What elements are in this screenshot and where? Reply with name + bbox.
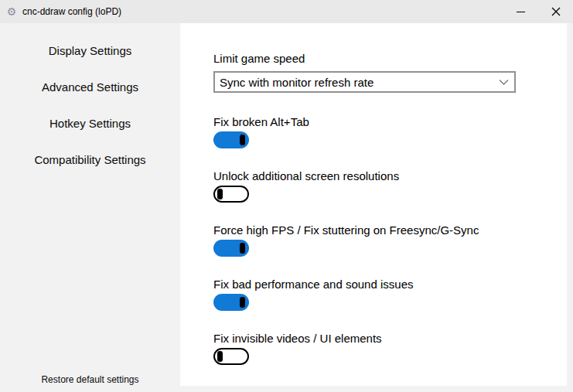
toggle-knob [240, 135, 245, 145]
sidebar-nav: Display SettingsAdvanced SettingsHotkey … [0, 23, 180, 392]
setting-group: Force high FPS / Fix stuttering on Frees… [213, 223, 567, 257]
sidebar-item-advanced-settings[interactable]: Advanced Settings [0, 69, 180, 105]
sidebar-item-display-settings[interactable]: Display Settings [0, 32, 180, 69]
setting-label: Unlock additional screen resolutions [213, 169, 567, 183]
toggle-switch-on[interactable] [213, 131, 249, 148]
toggle-switch-on[interactable] [213, 240, 249, 257]
toggle-knob [217, 189, 223, 199]
toggle-knob [240, 243, 245, 254]
toggle-switch-on[interactable] [213, 294, 249, 311]
toggle-switch-off[interactable] [213, 348, 249, 365]
limit-game-speed-dropdown[interactable]: Sync with monitor refresh rate [213, 71, 516, 93]
setting-label: Fix invisible videos / UI elements [213, 331, 567, 346]
minimize-icon [517, 12, 525, 12]
chevron-down-icon [499, 79, 509, 86]
app-window: ⚙ cnc-ddraw config (loPD) Display Settin… [0, 0, 573, 392]
window-title: cnc-ddraw config (loPD) [22, 6, 503, 17]
settings-panel: Limit game speed Sync with monitor refre… [180, 23, 567, 386]
limit-game-speed-label: Limit game speed [213, 51, 567, 66]
restore-defaults-button[interactable]: Restore default settings [0, 374, 180, 385]
gear-icon: ⚙ [5, 5, 18, 18]
setting-label: Fix bad performance and sound issues [213, 277, 567, 291]
setting-group: Unlock additional screen resolutions [213, 169, 567, 203]
sidebar-item-hotkey-settings[interactable]: Hotkey Settings [0, 105, 180, 141]
toggle-groups: Fix broken Alt+Tab Unlock additional scr… [213, 114, 567, 365]
close-icon [551, 7, 561, 16]
setting-group: Fix bad performance and sound issues [213, 277, 567, 311]
setting-group: Fix broken Alt+Tab [213, 114, 567, 148]
toggle-switch-off[interactable] [213, 186, 249, 203]
sidebar-item-compatibility-settings[interactable]: Compatibility Settings [0, 141, 180, 178]
setting-label: Fix broken Alt+Tab [213, 114, 567, 129]
toggle-knob [240, 297, 245, 308]
toggle-knob [217, 351, 223, 362]
titlebar: ⚙ cnc-ddraw config (loPD) [0, 0, 573, 23]
close-button[interactable] [538, 0, 573, 23]
minimize-button[interactable] [503, 0, 538, 23]
dropdown-selected-value: Sync with monitor refresh rate [215, 76, 373, 89]
setting-label: Force high FPS / Fix stuttering on Frees… [213, 223, 567, 237]
setting-group: Fix invisible videos / UI elements [213, 331, 567, 365]
